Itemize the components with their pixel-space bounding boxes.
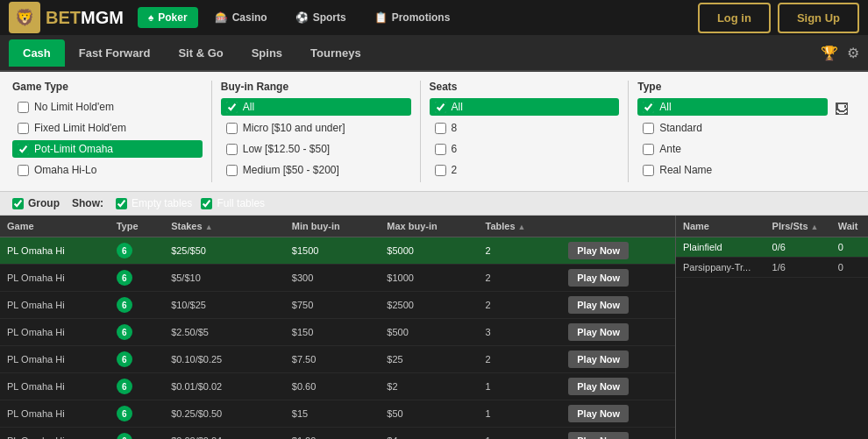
table-row[interactable]: PL Omaha Hi 6 $0.25/$0.50 $15 $50 1 Play… [0,400,675,428]
cell-tables: 2 [479,346,562,373]
play-now-button[interactable]: Play Now [568,296,629,314]
cell-stakes: $2.50/$5 [164,319,263,346]
trophy-icon[interactable]: 🏆 [821,45,838,61]
filter-all-type[interactable]: All [637,98,828,116]
cell-stakes: $5/$10 [164,265,263,292]
nav-sports[interactable]: ⚽ Sports [284,6,358,29]
filter-ante[interactable]: Ante [637,140,828,158]
cell-max-buy: $2500 [380,292,478,319]
tab-cash[interactable]: Cash [9,39,65,67]
cell-game: PL Omaha Hi [0,265,110,292]
show-options: Empty tables Full tables [116,197,265,209]
play-now-button[interactable]: Play Now [568,242,629,259]
filter-seats-6[interactable]: 6 [430,140,620,158]
cell-spacer [263,319,284,346]
filter-seats: Seats All 8 6 2 [430,81,620,182]
table-row[interactable]: PL Omaha Hi 6 $0.10/$0.25 $7.50 $25 2 Pl… [0,346,675,373]
col-action [561,216,675,237]
tab-spins[interactable]: Spins [238,39,296,67]
play-now-button[interactable]: Play Now [568,405,629,422]
filter-real-name[interactable]: Real Name [637,161,828,179]
table-row[interactable]: PL Omaha Hi 6 $2.50/$5 $150 $500 3 Play … [0,319,675,346]
cell-type: 6 [110,428,164,440]
cell-play-now[interactable]: Play Now [561,346,675,373]
side-col-wait[interactable]: Wait [831,216,868,237]
show-full-tables[interactable]: Full tables [201,197,265,209]
cell-spacer [263,292,284,319]
cell-type: 6 [110,400,164,428]
filter-seats-8[interactable]: 8 [430,119,620,137]
cell-game: PL Omaha Hi [0,373,110,400]
col-game[interactable]: Game [0,216,110,237]
filter-standard[interactable]: Standard [637,119,828,137]
table-row[interactable]: PL Omaha Hi 6 $0.02/$0.04 $1.20 $4 1 Pla… [0,428,675,440]
play-now-button[interactable]: Play Now [568,350,629,368]
play-now-button[interactable]: Play Now [568,269,629,287]
cell-play-now[interactable]: Play Now [561,237,675,265]
cell-play-now[interactable]: Play Now [561,428,675,440]
signup-button[interactable]: Sign Up [778,3,859,33]
cell-stakes: $10/$25 [164,292,263,319]
type-label: Type [637,81,828,93]
filter-no-limit[interactable]: No Limit Hold'em [12,98,203,116]
cell-play-now[interactable]: Play Now [561,319,675,346]
cell-stakes: $0.01/$0.02 [164,373,263,400]
cell-play-now[interactable]: Play Now [561,265,675,292]
filter-medium[interactable]: Medium [$50 - $200] [221,161,411,179]
cell-min-buy: $0.60 [285,373,380,400]
play-now-button[interactable]: Play Now [568,432,629,439]
group-checkbox[interactable]: Group [12,197,60,209]
table-row[interactable]: PL Omaha Hi 6 $5/$10 $300 $1000 2 Play N… [0,265,675,292]
tab-sit-go[interactable]: Sit & Go [164,39,237,67]
cell-min-buy: $150 [285,319,380,346]
col-stakes[interactable]: Stakes ▲ [164,216,263,237]
filter-low[interactable]: Low [$12.50 - $50] [221,140,411,158]
filter-micro[interactable]: Micro [$10 and under] [221,119,411,137]
side-table-row[interactable]: Plainfield 0/6 0 [676,237,868,258]
cell-play-now[interactable]: Play Now [561,292,675,319]
play-now-button[interactable]: Play Now [568,378,629,395]
table-row[interactable]: PL Omaha Hi 6 $10/$25 $750 $2500 2 Play … [0,292,675,319]
nav-casino[interactable]: 🎰 Casino [203,6,279,29]
filter-all-buyin[interactable]: All [221,98,411,116]
tab-tourneys[interactable]: Tourneys [296,39,375,67]
cell-play-now[interactable]: Play Now [561,373,675,400]
filter-game-type: Game Type No Limit Hold'em Fixed Limit H… [12,81,203,182]
side-col-plrs[interactable]: Plrs/Sts ▲ [765,216,831,237]
cell-play-now[interactable]: Play Now [561,400,675,428]
table-row[interactable]: PL Omaha Hi 6 $25/$50 $1500 $5000 2 Play… [0,237,675,265]
side-col-name[interactable]: Name [676,216,765,237]
filter-funnel-icon[interactable]: ⛾ [828,98,856,121]
cell-spacer [263,237,284,265]
col-min-buy[interactable]: Min buy-in [285,216,380,237]
filter-all-seats[interactable]: All [430,98,620,116]
filter-seats-2[interactable]: 2 [430,161,620,179]
game-table: Game Type Stakes ▲ Min buy-in Max buy-in… [0,216,675,439]
filter-fixed-limit[interactable]: Fixed Limit Hold'em [12,119,203,137]
login-button[interactable]: Log in [698,3,771,33]
cell-type: 6 [110,346,164,373]
tab-fast-forward[interactable]: Fast Forward [65,39,165,67]
cell-type: 6 [110,373,164,400]
game-type-label: Game Type [12,81,203,93]
show-empty-tables[interactable]: Empty tables [116,197,192,209]
table-row[interactable]: PL Omaha Hi 6 $0.01/$0.02 $0.60 $2 1 Pla… [0,373,675,400]
side-panel: Name Plrs/Sts ▲ Wait Plainfield 0/6 0 Pa… [675,216,868,439]
cell-max-buy: $1000 [380,265,478,292]
cell-spacer [263,265,284,292]
nav-promotions[interactable]: 📋 Promotions [363,6,462,29]
cell-stakes: $0.25/$0.50 [164,400,263,428]
nav-poker[interactable]: ♠ Poker [138,7,198,28]
col-max-buy[interactable]: Max buy-in [380,216,478,237]
cell-stakes: $0.10/$0.25 [164,346,263,373]
side-table-row[interactable]: Parsippany-Tr... 1/6 0 [676,258,868,278]
col-type[interactable]: Type [110,216,164,237]
filter-omaha-hi-lo[interactable]: Omaha Hi-Lo [12,161,203,179]
col-tables[interactable]: Tables ▲ [479,216,562,237]
cell-type: 6 [110,319,164,346]
main-table: Game Type Stakes ▲ Min buy-in Max buy-in… [0,216,675,439]
play-now-button[interactable]: Play Now [568,323,629,341]
cell-tables: 1 [479,373,562,400]
settings-icon[interactable]: ⚙ [847,45,859,61]
filter-pot-limit-omaha[interactable]: Pot-Limit Omaha [12,140,203,158]
